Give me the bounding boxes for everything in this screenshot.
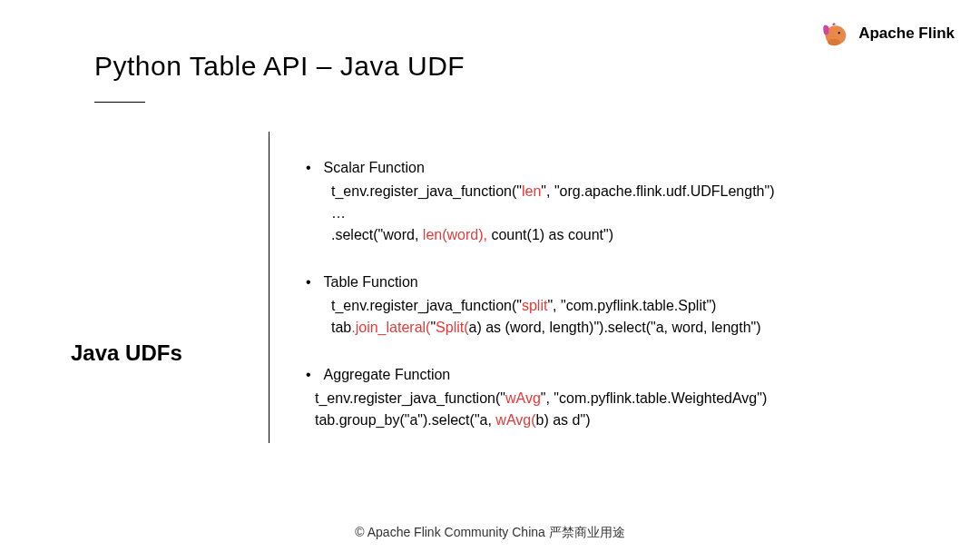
scalar-code-line1: t_env.register_java_function("len", "org…	[306, 181, 774, 202]
scalar-code-line2: .select("word, len(word), count(1) as co…	[306, 224, 774, 246]
heading-aggregate: Aggregate Function	[324, 364, 451, 386]
aggregate-code-line1: t_env.register_java_function("wAvg", "co…	[306, 388, 774, 409]
heading-table: Table Function	[324, 271, 418, 293]
title-underline	[94, 102, 145, 103]
bullet-header-table: • Table Function	[306, 271, 774, 293]
left-panel: Java UDFs	[71, 132, 269, 457]
aggregate-code-line2: tab.group_by("a").select("a, wAvg(b) as …	[306, 409, 774, 431]
heading-scalar: Scalar Function	[324, 157, 425, 179]
bullet-icon: •	[306, 275, 311, 290]
left-label-text: Java UDFs	[71, 340, 182, 366]
section-table: • Table Function t_env.register_java_fun…	[306, 271, 774, 339]
footer-text: © Apache Flink Community China 严禁商业用途	[0, 525, 980, 541]
svg-point-1	[838, 32, 840, 34]
bullet-icon: •	[306, 161, 311, 175]
table-code-line1: t_env.register_java_function("split", "c…	[306, 295, 774, 317]
section-aggregate: • Aggregate Function t_env.register_java…	[306, 364, 774, 431]
content-area: Java UDFs • Scalar Function t_env.regist…	[71, 132, 944, 457]
logo-text: Apache Flink	[858, 25, 955, 43]
table-code-line2: tab.join_lateral("Split(a) as (word, len…	[306, 317, 774, 339]
slide-title: Python Table API – Java UDF	[94, 51, 465, 82]
section-scalar: • Scalar Function t_env.register_java_fu…	[306, 157, 774, 246]
bullet-icon: •	[306, 368, 311, 382]
right-panel: • Scalar Function t_env.register_java_fu…	[270, 132, 774, 457]
bullet-header-scalar: • Scalar Function	[306, 157, 774, 179]
flink-squirrel-icon	[817, 16, 851, 51]
bullet-header-aggregate: • Aggregate Function	[306, 364, 774, 386]
svg-point-2	[828, 39, 840, 46]
scalar-ellipsis: …	[306, 202, 774, 224]
header-logo: Apache Flink	[817, 16, 955, 51]
